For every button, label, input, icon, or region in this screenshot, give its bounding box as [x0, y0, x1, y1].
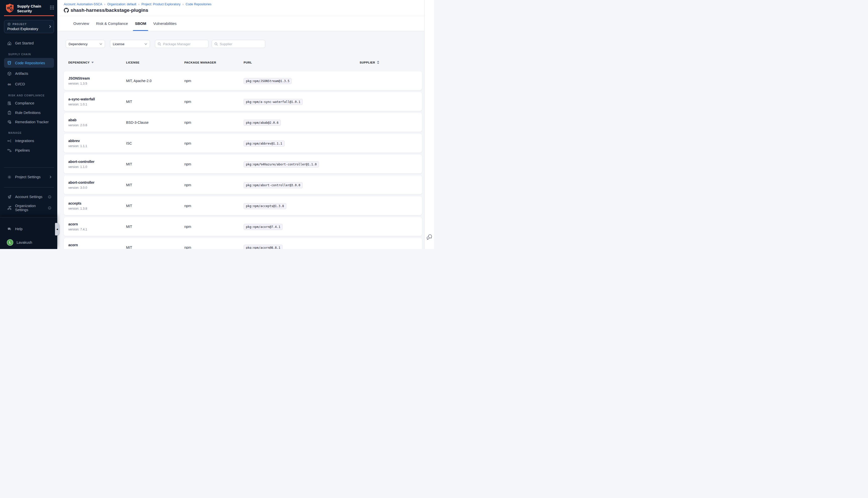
sidebar-item-artifacts[interactable]: Artifacts	[4, 69, 54, 78]
sidebar: Supply Chain Security PROJECT Product Ex…	[0, 0, 57, 249]
chevron-right-icon	[49, 25, 51, 28]
right-gutter	[424, 0, 434, 249]
sidebar-item-project-settings[interactable]: Project Settings	[4, 172, 54, 182]
gear-icon	[7, 174, 12, 180]
table-row[interactable]: a-sync-waterfall version: 1.0.1 MIT npm …	[64, 92, 422, 111]
table-row[interactable]: abort-controller version: 1.1.0 MIT npm …	[64, 155, 422, 173]
project-label: PROJECT	[13, 23, 27, 26]
dependency-version: version: 1.0.1	[68, 103, 126, 106]
column-header-license: LICENSE	[126, 61, 184, 64]
user-menu[interactable]: L Lavakush	[4, 238, 54, 247]
module-grid-icon[interactable]	[50, 5, 54, 10]
breadcrumb-organization[interactable]: Organization: default	[107, 2, 136, 6]
dependency-name: abbrev	[68, 139, 126, 143]
purl-chip: pkg:npm/accepts@1.3.8	[244, 203, 286, 209]
table-row[interactable]: abab version: 2.0.6 BSD-3-Clause npm pkg…	[64, 113, 422, 132]
table-row[interactable]: JSONStream version: 1.3.5 MIT, Apache-2.…	[64, 71, 422, 90]
search-icon	[157, 42, 161, 46]
table-row[interactable]: accepts version: 1.3.8 MIT npm pkg:npm/a…	[64, 196, 422, 215]
table-row[interactable]: acorn version: 8.8.1 MIT npm pkg:npm/aco…	[64, 238, 422, 249]
sidebar-item-label: Project Settings	[15, 175, 41, 179]
dependency-name: acorn	[68, 222, 126, 226]
package-manager-cell: npm	[184, 100, 244, 104]
tab-bar: Overview Risk & Compliance SBOM Vulnerab…	[57, 16, 424, 31]
chat-support-icon[interactable]	[426, 233, 433, 240]
breadcrumb-account[interactable]: Account: Automation-SSCA	[64, 2, 102, 6]
license-cell: MIT	[126, 100, 184, 104]
app-screen: Supply Chain Security PROJECT Product Ex…	[0, 0, 434, 249]
table-row[interactable]: abort-controller version: 3.0.0 MIT npm …	[64, 175, 422, 194]
tab-vulnerabilities[interactable]: Vulnerabilities	[153, 16, 177, 31]
org-chart-icon	[7, 205, 12, 210]
svg-text:?: ?	[8, 228, 9, 230]
app-title: Supply Chain Security	[17, 3, 41, 14]
dependency-version: version: 1.3.5	[68, 82, 126, 86]
license-filter-label: License	[113, 42, 125, 46]
license-filter-dropdown[interactable]: License	[110, 40, 150, 48]
sidebar-item-help[interactable]: ? Help	[4, 224, 54, 233]
package-manager-input[interactable]	[163, 42, 206, 46]
sort-desc-icon	[91, 62, 94, 63]
supplier-search	[212, 40, 265, 48]
breadcrumb-project[interactable]: Project: Product Exploratory	[141, 2, 181, 6]
breadcrumb-code-repositories[interactable]: Code Repositories	[185, 2, 211, 6]
breadcrumb-separator: ›	[138, 2, 139, 6]
info-icon[interactable]	[48, 206, 51, 210]
purl-chip: pkg:npm/%40azure/abort-controller@1.1.0	[244, 161, 319, 167]
table-row[interactable]: abbrev version: 1.1.1 ISC npm pkg:npm/ab…	[64, 134, 422, 153]
package-manager-cell: npm	[184, 79, 244, 83]
sidebar-item-label: CI/CD	[15, 82, 25, 86]
column-header-supplier[interactable]: SUPPLIER	[360, 61, 422, 64]
sidebar-item-label: Rule Definitions	[15, 111, 41, 115]
sidebar-item-cicd[interactable]: ∞ CI/CD	[4, 80, 54, 89]
help-chat-icon: ?	[7, 226, 12, 232]
section-label-supply-chain: SUPPLY CHAIN	[8, 53, 31, 56]
dependency-version: version: 1.1.0	[68, 165, 126, 169]
table-row[interactable]: acorn version: 7.4.1 MIT npm pkg:npm/aco…	[64, 217, 422, 236]
brand-divider	[4, 15, 54, 16]
github-icon	[64, 8, 69, 13]
chevron-right-icon	[50, 175, 51, 179]
sidebar-item-remediation-tracker[interactable]: Remediation Tracker	[4, 117, 54, 127]
dependency-version: version: 7.4.1	[68, 228, 126, 231]
package-manager-cell: npm	[184, 162, 244, 166]
package-manager-cell: npm	[184, 141, 244, 145]
purl-chip: pkg:npm/JSONStream@1.3.5	[244, 78, 292, 84]
avatar: L	[7, 239, 13, 246]
license-cell: MIT, Apache-2.0	[126, 79, 184, 83]
sidebar-item-compliance[interactable]: Compliance	[4, 99, 54, 108]
purl-chip: pkg:npm/a-sync-waterfall@1.0.1	[244, 99, 303, 105]
info-icon[interactable]	[48, 195, 51, 199]
sidebar-collapse-handle[interactable]: ◀	[55, 223, 59, 235]
collapse-icon: ◀	[56, 228, 58, 231]
column-header-dependency[interactable]: DEPENDENCY	[68, 61, 126, 64]
dependency-filter-label: Dependency	[68, 42, 88, 46]
package-manager-cell: npm	[184, 225, 244, 229]
tab-sbom[interactable]: SBOM	[134, 16, 147, 31]
sidebar-footer: ? Help L Lavakush	[0, 217, 57, 249]
dependency-version: version: 2.0.6	[68, 123, 126, 127]
compliance-doc-icon	[7, 101, 12, 106]
sidebar-item-organization-settings[interactable]: Organization Settings	[4, 203, 54, 212]
dependency-filter-dropdown[interactable]: Dependency	[66, 40, 105, 48]
sidebar-item-code-repositories[interactable]: Code Repositories	[4, 58, 54, 68]
sidebar-item-integrations[interactable]: Integrations	[4, 136, 54, 145]
tab-overview[interactable]: Overview	[73, 16, 90, 31]
package-manager-search	[155, 40, 208, 48]
sidebar-item-rule-definitions[interactable]: Rule Definitions	[4, 108, 54, 117]
dependency-name: acorn	[68, 243, 126, 247]
purl-chip: pkg:npm/abbrev@1.1.1	[244, 141, 285, 147]
sidebar-item-pipelines[interactable]: Pipelines	[4, 146, 54, 155]
sidebar-divider	[4, 167, 54, 168]
sort-both-icon	[377, 61, 379, 64]
pipelines-icon	[7, 148, 12, 153]
supplier-input[interactable]	[220, 42, 263, 46]
sidebar-item-get-started[interactable]: Get Started	[4, 39, 54, 48]
breadcrumb-separator: ›	[104, 2, 105, 6]
sidebar-item-account-settings[interactable]: Account Settings	[4, 192, 54, 201]
column-header-purl: PURL	[244, 61, 360, 64]
sidebar-divider	[4, 187, 54, 187]
tab-risk-compliance[interactable]: Risk & Compliance	[96, 16, 129, 31]
project-selector[interactable]: PROJECT Product Exploratory	[4, 20, 54, 33]
user-name: Lavakush	[16, 240, 32, 245]
